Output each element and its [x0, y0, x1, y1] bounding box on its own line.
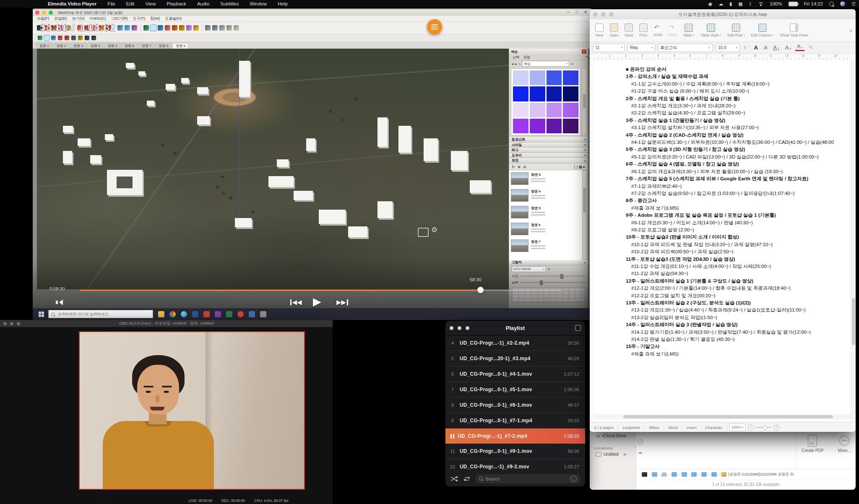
playlist-row[interactable]: 4UD_CG-Progr...-1)_#2-2.mp430:36 [445, 335, 585, 351]
finder-window[interactable]: iCloud ☁ iCloud Drive Locations Untitled… [590, 423, 856, 490]
eject-icon[interactable]: ⏏ [623, 452, 627, 456]
get-models-icon[interactable] [212, 25, 218, 31]
insert-mode[interactable]: Insert [682, 425, 701, 430]
scene-tab-1[interactable]: 장면 1 [36, 43, 52, 49]
search-filter-chevron-icon[interactable]: ⌄ [570, 475, 577, 482]
playlist-row-selected-playing[interactable]: UD_CG-Progr...-1)_#7-2.mp41:08:32 [445, 429, 585, 444]
elmedia-menu-button[interactable] [427, 19, 442, 34]
obs-menubar-icon[interactable]: ◉ [708, 1, 713, 7]
previous-view-icon[interactable] [172, 25, 177, 31]
character-mode[interactable]: Character [701, 425, 727, 430]
camera-height-icon[interactable] [78, 36, 83, 40]
cloud-icon[interactable]: ☁ [718, 1, 723, 7]
edit-column-button[interactable]: Edit Column˅ [748, 23, 777, 37]
pan-icon-active[interactable] [44, 36, 49, 40]
wifi-icon[interactable] [758, 2, 763, 6]
pan-tool-icon-active[interactable] [151, 25, 156, 31]
playlist-row[interactable]: 5UD_CG-Progr...20-1)_#3.mp440:26 [445, 351, 585, 366]
styles-toggle-icon[interactable] [234, 25, 239, 31]
color-swatch-grid[interactable] [511, 68, 580, 135]
swatch[interactable] [547, 119, 562, 133]
scene-tab-2[interactable]: 장면 2 [53, 43, 70, 49]
sidebar-item-untitled-disk[interactable]: Untitled ⏏ [596, 452, 636, 457]
opacity-icon[interactable]: ◑ [571, 62, 573, 66]
swatch[interactable] [530, 70, 545, 85]
scene-tab-6[interactable]: 장면 6 [121, 43, 138, 49]
section-helper[interactable]: 도우미▾ [509, 153, 588, 158]
su-menu-help[interactable]: 도움말(H) [165, 16, 182, 21]
siri-icon[interactable] [840, 1, 845, 6]
menu-audio[interactable]: Audio [197, 1, 209, 6]
swatch[interactable] [513, 103, 528, 117]
scene-item[interactable]: 장면 4 [509, 187, 583, 204]
next-view-icon[interactable] [179, 25, 185, 31]
font-size-dropdown[interactable]: 10.0▾ [716, 44, 740, 52]
walk-tool-icon[interactable] [193, 25, 199, 31]
highlight-button[interactable]: ✎ [807, 44, 815, 51]
zoom-icon[interactable] [51, 36, 56, 40]
elmedia-video-window[interactable]: SketchUp 프로 2020 (평가판 2일 남음) ─ □ ✕ 파일(F)… [33, 8, 592, 320]
save-button[interactable]: Save [622, 23, 636, 37]
position-camera-icon[interactable] [186, 25, 192, 31]
swatch[interactable] [513, 70, 528, 85]
section-styles[interactable]: 스타일▾ [509, 143, 588, 148]
bold-button[interactable]: A [752, 44, 760, 51]
model-info-icon[interactable] [226, 25, 232, 31]
shuffle-icon[interactable] [450, 476, 458, 482]
close-traffic-light[interactable] [35, 10, 39, 15]
remove-scene-icon[interactable]: ⊖ [523, 165, 526, 169]
tab-edit[interactable]: 편집 [523, 55, 530, 60]
swatch[interactable] [530, 86, 545, 101]
swatch[interactable] [563, 119, 578, 133]
back-arrow-icon[interactable]: ◂ [512, 62, 513, 66]
scene-tab-3[interactable]: 장면 3 [70, 43, 86, 49]
zoom-extents-icon[interactable] [165, 25, 170, 31]
swatch[interactable] [547, 103, 562, 117]
scene-tab-7[interactable]: 장면 7 [138, 43, 155, 49]
swatch-scrollbar[interactable] [582, 68, 587, 135]
breadcrumb-folder-icon[interactable] [711, 472, 717, 477]
playlist-search-field[interactable]: Search ⌄ [476, 474, 580, 483]
new-button[interactable]: New [592, 23, 607, 37]
finder-path-bar[interactable]: › › › › › › › › [권형준-21925998]21925998 권… [636, 469, 856, 480]
swatch[interactable] [513, 86, 528, 101]
breadcrumb-filename[interactable]: [권형준-21925998]21925998 권형준 최 [728, 472, 794, 477]
undo-button[interactable]: ↶Undo [651, 24, 666, 37]
table-style-button[interactable]: Table Style˅ [698, 23, 724, 37]
sketchup-window-controls[interactable]: ─ □ ✕ [567, 10, 590, 14]
elmedia-playlist-window[interactable]: Playlist 4UD_CG-Progr...-1)_#2-2.mp430:3… [445, 321, 585, 486]
zoom-slider[interactable] [756, 427, 771, 428]
menubar-app-name[interactable]: Elmedia Video Player [48, 1, 96, 6]
menubar-clock[interactable]: Fri 14:22 [804, 1, 823, 6]
swatch[interactable] [513, 119, 528, 133]
elmedia-volume-icon[interactable] [56, 299, 63, 305]
sidebar-item-icloud-drive[interactable]: ☁ iCloud Drive [596, 433, 636, 438]
menu-view[interactable]: View [145, 1, 156, 6]
menu-file[interactable]: File [107, 1, 115, 6]
zoom-level-dropdown[interactable]: 100%▾ [729, 423, 746, 431]
move-scene-icons[interactable]: ( ) ▦ ▸ [574, 165, 585, 169]
footprints-icon[interactable] [91, 36, 96, 40]
undo-view-icon[interactable] [65, 36, 69, 40]
italic-button[interactable]: A [762, 44, 769, 51]
tab-select[interactable]: 선택 [513, 55, 519, 60]
hwp-vertical-scrollbar[interactable] [851, 60, 856, 423]
playlist-row[interactable]: 11UD_CG-Progr...0-1)_#9-1.mov56:00 [445, 444, 585, 459]
elmedia-previous-button[interactable]: ◀◀ [289, 299, 302, 306]
breadcrumb-folder-icon[interactable] [691, 472, 697, 477]
minimize-traffic-light[interactable] [42, 10, 46, 15]
tape-measure-icon[interactable] [117, 25, 123, 31]
spotlight-icon[interactable] [829, 2, 834, 6]
forward-arrow-icon[interactable]: ▸ [515, 62, 517, 66]
bluetooth-icon[interactable]: ᛒ [749, 1, 752, 6]
home-icon[interactable]: ⌂ [518, 62, 521, 66]
tray-close-icon[interactable]: ✕ [582, 49, 586, 54]
playlist-row[interactable]: 9UD_CG-Progr...0-1)_#7-1.mp429:03 [445, 413, 585, 429]
playlist-row[interactable]: 6UD_CG-Progr...0-1)_#4-1.mov1:07:12 [445, 366, 585, 382]
zoom-window-icon[interactable] [58, 36, 62, 40]
scenes-list[interactable]: 장면 3 장면 4 장면 5 장면 6 장면 7 [509, 170, 583, 260]
add-scene-icon[interactable]: ⊕ [518, 165, 521, 169]
elmedia-settings-gear-icon[interactable]: ⚙ [431, 226, 437, 234]
elmedia-next-button[interactable]: ▶▶ [336, 299, 349, 306]
su-menu-window[interactable]: 창(W) [150, 16, 160, 21]
